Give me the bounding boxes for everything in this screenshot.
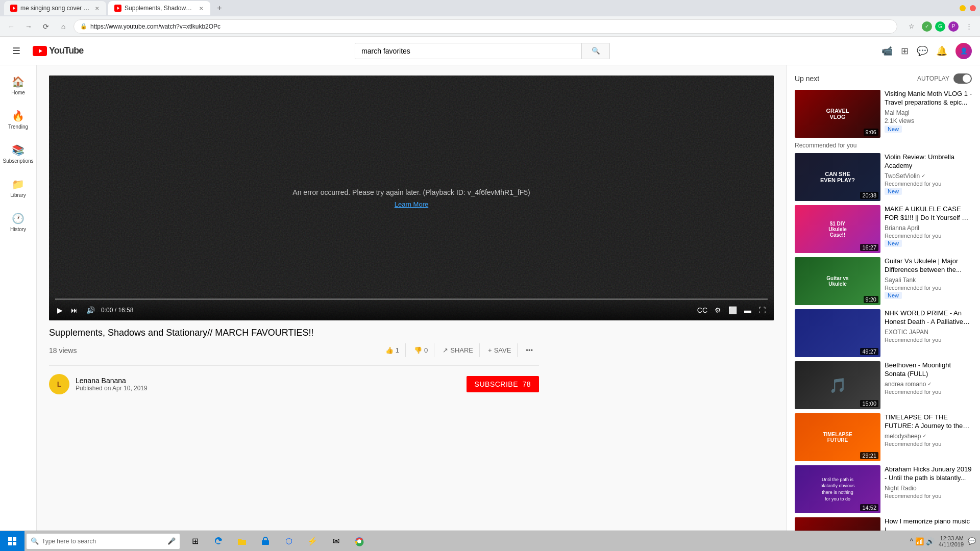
subscribe-button[interactable]: SUBSCRIBE 78 — [467, 376, 539, 392]
taskbar-wifi[interactable]: 📶 — [915, 537, 924, 545]
apps-icon[interactable]: ⊞ — [901, 45, 909, 57]
thumbsup-icon: 👍 — [385, 346, 394, 354]
messages-icon[interactable]: 💬 — [917, 45, 928, 57]
sidebar-trending-label: Trending — [8, 124, 28, 130]
tab-close-1[interactable]: ✕ — [94, 5, 100, 12]
card-title-2: Violin Review: Umbrella Academy — [885, 153, 972, 170]
play-button[interactable]: ▶ — [55, 304, 65, 316]
card-info-7: TIMELAPSE OF THE FUTURE: A Journey to th… — [885, 413, 972, 461]
video-card-3[interactable]: $1 DIYUkuleleCase!! 16:27 MAKE A UKULELE… — [795, 205, 972, 253]
taskbar-expand[interactable]: ^ — [910, 537, 913, 545]
svg-rect-8 — [13, 542, 16, 545]
new-tab-button[interactable]: + — [212, 1, 227, 15]
user-avatar[interactable]: 👤 — [955, 43, 972, 59]
address-bar[interactable]: 🔒 https://www.youtube.com/watch?v=xtlkuk… — [74, 19, 897, 34]
browser-tab-1[interactable]: me singing song cover - YouTu... ✕ — [4, 1, 106, 15]
thumb-text-4: Guitar vsUkulele — [824, 273, 850, 289]
home-button[interactable]: ⌂ — [56, 19, 70, 34]
card-channel-3: Brianna April — [885, 224, 972, 232]
fullscreen-button[interactable]: ⛶ — [756, 304, 768, 316]
video-progress-bar[interactable] — [55, 298, 768, 300]
svg-rect-9 — [262, 540, 269, 545]
minimize-button[interactable] — [960, 5, 966, 11]
settings-button[interactable]: ⚙ — [713, 304, 723, 316]
youtube-logo[interactable]: YouTube — [33, 45, 83, 56]
video-controls: ▶ ⏭ 🔊 0:00 / 16:58 CC ⚙ ⬜ ▬ ⛶ — [49, 294, 774, 320]
browser-ext-2[interactable]: G — [935, 21, 945, 32]
browser-ext-3[interactable]: P — [948, 21, 959, 32]
video-card-1[interactable]: GRAVELVLOG 9:06 Visiting Manic Moth VLOG… — [795, 90, 972, 138]
taskbar-task-view[interactable]: ⊞ — [184, 531, 206, 552]
theater-button[interactable]: ▬ — [742, 304, 753, 316]
video-card-2[interactable]: CAN SHEEVEN PLAY? 20:38 Violin Review: U… — [795, 153, 972, 201]
taskbar-time: 12:33 AM — [939, 535, 964, 541]
channel-name[interactable]: Lenana Banana — [76, 377, 148, 385]
card-thumb-8: Until the path isblatantly obviousthere … — [795, 465, 880, 513]
taskbar-dropbox[interactable]: ⬡ — [278, 531, 300, 552]
taskbar-file-explorer[interactable] — [231, 531, 253, 552]
time-current: 0:00 — [101, 307, 113, 314]
thumb-text-3: $1 DIYUkuleleCase!! — [826, 219, 849, 240]
card-new-4: New — [885, 292, 902, 299]
up-next-panel: Up next AUTOPLAY GRAVELVLOG 9:06 Visitin… — [786, 65, 980, 551]
search-button[interactable]: 🔍 — [581, 43, 610, 59]
tab-favicon-1 — [10, 5, 17, 12]
taskbar-app5[interactable]: ⚡ — [301, 531, 324, 552]
browser-navbar: ← → ⟳ ⌂ 🔒 https://www.youtube.com/watch?… — [0, 16, 980, 37]
taskbar-edge[interactable] — [207, 531, 230, 552]
sidebar-item-home[interactable]: 🏠 Home — [0, 69, 36, 102]
skip-button[interactable]: ⏭ — [69, 304, 80, 316]
close-button[interactable] — [970, 5, 976, 11]
like-button[interactable]: 👍 1 — [379, 343, 406, 357]
menu-icon[interactable]: ☰ — [8, 41, 24, 61]
like-count: 1 — [396, 346, 399, 354]
browser-menu[interactable]: ⋮ — [962, 19, 976, 34]
save-button[interactable]: + SAVE — [482, 343, 518, 357]
taskbar-mail[interactable]: ✉ — [325, 531, 347, 552]
start-button[interactable] — [0, 531, 24, 552]
video-card-6[interactable]: 🎵 15:00 Beethoven - Moonlight Sonata (FU… — [795, 361, 972, 409]
browser-tab-2[interactable]: Supplements, Shadows and Stat... ✕ — [108, 1, 210, 15]
card-rec-4: Recommended for you — [885, 285, 972, 291]
sidebar-item-history[interactable]: 🕐 History — [0, 206, 36, 238]
taskbar-search[interactable]: 🔍 Type here to search 🎤 — [27, 534, 180, 549]
learn-more-link[interactable]: Learn More — [395, 201, 428, 208]
more-button[interactable]: ••• — [520, 343, 539, 357]
video-player[interactable]: An error occurred. Please try again late… — [49, 76, 774, 320]
thumb-text-6: 🎵 — [829, 377, 847, 394]
miniplayer-button[interactable]: ⬜ — [726, 304, 739, 316]
share-button[interactable]: ↗ SHARE — [436, 343, 480, 357]
channel-name-1: Mai Magi — [885, 109, 910, 116]
card-title-5: NHK WORLD PRIME - An Honest Death - A Pa… — [885, 309, 972, 327]
forward-button[interactable]: → — [21, 19, 36, 34]
taskbar-notification[interactable]: 💬 — [968, 537, 976, 545]
card-title-7: TIMELAPSE OF THE FUTURE: A Journey to th… — [885, 413, 972, 431]
sidebar-item-library[interactable]: 📁 Library — [0, 172, 36, 204]
reload-button[interactable]: ⟳ — [39, 19, 53, 34]
mute-button[interactable]: 🔊 — [84, 304, 97, 316]
taskbar-store[interactable] — [254, 531, 277, 552]
card-channel-1: Mai Magi — [885, 109, 972, 116]
dislike-button[interactable]: 👎 0 — [408, 343, 434, 357]
video-card-7[interactable]: TIMELAPSEFUTURE 29:21 TIMELAPSE OF THE F… — [795, 413, 972, 461]
subtitles-button[interactable]: CC — [695, 304, 709, 316]
taskbar-chrome[interactable] — [348, 531, 371, 552]
tab-close-2[interactable]: ✕ — [198, 5, 204, 12]
autoplay-toggle[interactable] — [953, 73, 972, 84]
taskbar-volume[interactable]: 🔊 — [926, 537, 935, 545]
notifications-icon[interactable]: 🔔 — [936, 45, 947, 57]
video-card-5[interactable]: 49:27 NHK WORLD PRIME - An Honest Death … — [795, 309, 972, 357]
browser-ext-1[interactable]: ✓ — [922, 21, 932, 32]
upload-icon[interactable]: 📹 — [881, 45, 893, 57]
video-card-4[interactable]: Guitar vsUkulele 9:20 Guitar Vs Ukulele … — [795, 257, 972, 305]
card-info-4: Guitar Vs Ukulele | Major Differences be… — [885, 257, 972, 305]
home-icon: 🏠 — [12, 76, 24, 88]
bookmark-icon[interactable]: ☆ — [904, 19, 919, 34]
search-input[interactable] — [355, 43, 581, 59]
channel-name-5: EXOTIC JAPAN — [885, 329, 928, 336]
video-card-8[interactable]: Until the path isblatantly obviousthere … — [795, 465, 972, 513]
back-button[interactable]: ← — [4, 19, 18, 34]
sidebar-item-subscriptions[interactable]: 📚 Subscriptions — [0, 138, 36, 170]
taskbar-clock[interactable]: 12:33 AM 4/11/2019 — [939, 535, 964, 547]
sidebar-item-trending[interactable]: 🔥 Trending — [0, 104, 36, 136]
